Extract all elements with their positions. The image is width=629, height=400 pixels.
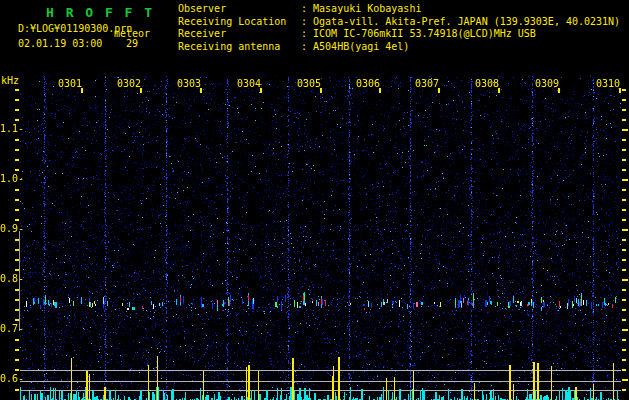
time-axis-label: 0305 bbox=[297, 78, 321, 89]
app-title: H R O F F T bbox=[46, 5, 154, 20]
time-axis-tick bbox=[81, 88, 83, 93]
info-value: A504HB(yagi 4el) bbox=[313, 41, 409, 52]
freq-axis-label: 1.0- bbox=[0, 173, 26, 184]
freq-minor-tick-left bbox=[15, 389, 19, 391]
freq-tick-right bbox=[622, 219, 626, 221]
freq-tick-right bbox=[622, 159, 626, 161]
info-label: Receiving antenna bbox=[178, 41, 295, 52]
freq-minor-tick-left bbox=[15, 169, 19, 171]
info-value: ICOM IC-706mkII 53.74918(@LCD)MHz USB bbox=[313, 28, 536, 39]
freq-minor-tick-left bbox=[15, 139, 19, 141]
freq-axis-label: 0.7- bbox=[0, 323, 26, 334]
freq-axis-label: 0.8- bbox=[0, 273, 26, 284]
time-axis-label: 0308 bbox=[475, 78, 499, 89]
freq-tick-right bbox=[622, 309, 626, 311]
freq-minor-tick-left bbox=[15, 249, 19, 251]
time-axis-label: 0303 bbox=[177, 78, 201, 89]
freq-minor-tick-left bbox=[15, 109, 19, 111]
time-axis-label: 0302 bbox=[117, 78, 141, 89]
freq-minor-tick-left bbox=[15, 149, 19, 151]
freq-tick-right bbox=[622, 349, 626, 351]
receiver-info-row: Observer : Masayuki Kobayashi bbox=[178, 3, 620, 16]
freq-tick-right bbox=[622, 169, 626, 171]
freq-tick-right bbox=[622, 279, 628, 281]
freq-minor-tick-left bbox=[15, 309, 19, 311]
freq-tick-right bbox=[622, 239, 626, 241]
freq-minor-tick-left bbox=[15, 89, 19, 91]
freq-tick-right bbox=[622, 139, 626, 141]
freq-tick-right bbox=[622, 179, 628, 181]
time-axis-tick bbox=[260, 88, 262, 93]
time-axis-label: 0304 bbox=[237, 78, 261, 89]
freq-axis-label: 0.9- bbox=[0, 223, 26, 234]
echo-counter: 29 bbox=[126, 39, 138, 49]
time-axis-tick bbox=[558, 88, 560, 93]
freq-tick-right bbox=[622, 389, 626, 391]
info-separator: : bbox=[295, 28, 313, 39]
time-axis-label: 0310 bbox=[596, 78, 620, 89]
time-axis-tick bbox=[200, 88, 202, 93]
time-axis-label: 0307 bbox=[415, 78, 439, 89]
frame-datetime: 02.01.19 03:00 bbox=[18, 39, 102, 49]
freq-tick-right bbox=[622, 379, 628, 381]
freq-tick-right bbox=[622, 119, 626, 121]
info-label: Observer bbox=[178, 3, 295, 14]
freq-tick-right bbox=[622, 99, 626, 101]
time-axis-label: 0309 bbox=[535, 78, 559, 89]
receiver-info-row: Receiving Location : Ogata-vill. Akita-P… bbox=[178, 16, 620, 29]
freq-minor-tick-left bbox=[15, 219, 19, 221]
receiver-info: Observer : Masayuki KobayashiReceiving L… bbox=[178, 3, 620, 53]
freq-minor-tick-left bbox=[15, 319, 19, 321]
receiver-info-row: Receiving antenna : A504HB(yagi 4el) bbox=[178, 41, 620, 54]
freq-minor-tick-left bbox=[15, 119, 19, 121]
freq-minor-tick-left bbox=[15, 259, 19, 261]
freq-minor-tick-left bbox=[15, 159, 19, 161]
time-axis-tick bbox=[379, 88, 381, 93]
freq-axis-label: 0.6- bbox=[0, 373, 26, 384]
freq-tick-right bbox=[622, 259, 626, 261]
time-axis-tick bbox=[498, 88, 500, 93]
info-separator: : bbox=[295, 16, 313, 27]
freq-minor-tick-left bbox=[15, 189, 19, 191]
info-separator: : bbox=[295, 41, 313, 52]
info-label: Receiver bbox=[178, 28, 295, 39]
freq-tick-right bbox=[622, 299, 626, 301]
freq-minor-tick-left bbox=[15, 239, 19, 241]
freq-tick-right bbox=[622, 329, 628, 331]
info-separator: : bbox=[295, 3, 313, 14]
freq-tick-right bbox=[622, 189, 626, 191]
freq-minor-tick-left bbox=[15, 359, 19, 361]
info-value: Ogata-vill. Akita-Pref. JAPAN (139.9303E… bbox=[313, 16, 620, 27]
freq-tick-right bbox=[622, 369, 626, 371]
freq-tick-right bbox=[622, 199, 626, 201]
receiver-info-row: Receiver : ICOM IC-706mkII 53.74918(@LCD… bbox=[178, 28, 620, 41]
time-axis-label: 0301 bbox=[58, 78, 82, 89]
freq-tick-right bbox=[622, 89, 626, 91]
freq-tick-right bbox=[622, 229, 628, 231]
spectrogram-canvas bbox=[20, 76, 621, 400]
freq-minor-tick-left bbox=[15, 209, 19, 211]
freq-tick-right bbox=[622, 269, 626, 271]
freq-minor-tick-left bbox=[15, 349, 19, 351]
freq-tick-right bbox=[622, 289, 626, 291]
freq-minor-tick-left bbox=[15, 289, 19, 291]
freq-tick-right bbox=[622, 209, 626, 211]
freq-tick-right bbox=[622, 339, 626, 341]
freq-tick-right bbox=[622, 319, 626, 321]
freq-tick-right bbox=[622, 359, 626, 361]
time-axis-tick bbox=[320, 88, 322, 93]
freq-tick-right bbox=[622, 129, 628, 131]
freq-minor-tick-left bbox=[15, 199, 19, 201]
freq-minor-tick-left bbox=[15, 339, 19, 341]
freq-minor-tick-left bbox=[15, 269, 19, 271]
freq-minor-tick-left bbox=[15, 99, 19, 101]
time-axis-tick bbox=[438, 88, 440, 93]
time-axis-label: 0306 bbox=[356, 78, 380, 89]
freq-tick-right bbox=[622, 149, 626, 151]
freq-tick-right bbox=[622, 249, 626, 251]
info-label: Receiving Location bbox=[178, 16, 295, 27]
hrofft-window: H R O F F T D:¥LOG¥01190300.prn meteor 0… bbox=[0, 0, 629, 400]
freq-minor-tick-left bbox=[15, 299, 19, 301]
freq-tick-right bbox=[622, 109, 626, 111]
freq-axis-unit: kHz bbox=[1, 76, 19, 86]
